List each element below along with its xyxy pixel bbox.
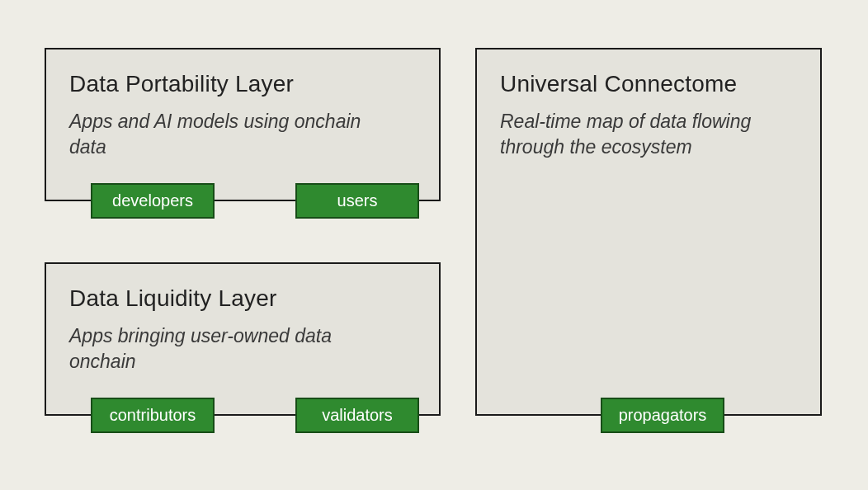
- tag-propagators: propagators: [601, 398, 724, 433]
- box-description: Apps and AI models using onchain data: [69, 109, 366, 160]
- box-universal-connectome: Universal Connectome Real-time map of da…: [475, 48, 822, 416]
- box-description: Apps bringing user-owned data onchain: [69, 323, 366, 375]
- box-title: Data Liquidity Layer: [69, 285, 416, 312]
- tag-developers: developers: [91, 183, 215, 219]
- diagram-canvas: Data Portability Layer Apps and AI model…: [0, 0, 868, 490]
- tag-contributors: contributors: [91, 398, 215, 433]
- box-title: Data Portability Layer: [69, 71, 416, 97]
- tag-users: users: [295, 183, 419, 219]
- tag-validators: validators: [295, 398, 419, 433]
- box-data-portability-layer: Data Portability Layer Apps and AI model…: [45, 48, 441, 201]
- box-data-liquidity-layer: Data Liquidity Layer Apps bringing user-…: [45, 262, 441, 416]
- box-description: Real-time map of data flowing through th…: [500, 109, 797, 160]
- box-title: Universal Connectome: [500, 71, 797, 97]
